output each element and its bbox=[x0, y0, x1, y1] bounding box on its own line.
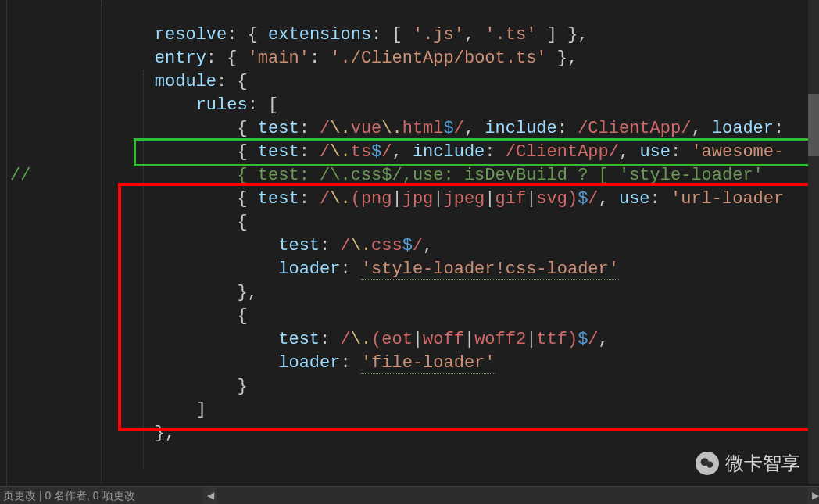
code-line: test: /\.(eot|woff|woff2|ttf)$/, bbox=[10, 305, 819, 328]
svg-point-1 bbox=[706, 462, 713, 468]
code-line: { bbox=[10, 188, 819, 211]
watermark-text: 微卡智享 bbox=[725, 451, 800, 476]
code-line: module: { bbox=[10, 47, 819, 70]
code-line: } bbox=[10, 352, 819, 375]
status-text: 页更改 | 0 名作者, 0 项更改 bbox=[3, 487, 135, 504]
hscroll-left-button[interactable]: ◀ bbox=[203, 487, 217, 504]
code-line: resolve: { extensions: [ '.js', '.ts' ] … bbox=[10, 0, 819, 23]
code-line: }, bbox=[10, 258, 819, 281]
code-editor[interactable]: resolve: { extensions: [ '.js', '.ts' ] … bbox=[0, 0, 819, 504]
watermark: 微卡智享 bbox=[696, 451, 800, 476]
chevron-right-icon: ▶ bbox=[812, 487, 819, 504]
vertical-scrollbar[interactable] bbox=[808, 0, 819, 484]
code-line: { test: /\.(png|jpg|jpeg|gif|svg)$/, use… bbox=[10, 164, 819, 188]
code-line: rules: [ bbox=[10, 70, 819, 94]
chevron-left-icon: ◀ bbox=[207, 487, 214, 504]
code-line: entry: { 'main': './ClientApp/boot.ts' }… bbox=[10, 23, 819, 47]
line-gutter bbox=[0, 0, 7, 504]
code-line: { test: /\.vue\.html$/, include: /Client… bbox=[10, 94, 819, 117]
code-line: }, bbox=[10, 399, 819, 422]
hscroll-right-button[interactable]: ▶ bbox=[808, 487, 819, 504]
wechat-icon bbox=[696, 452, 719, 475]
code-area[interactable]: resolve: { extensions: [ '.js', '.ts' ] … bbox=[10, 0, 819, 504]
scrollbar-thumb[interactable] bbox=[808, 94, 819, 156]
code-line: { test: /\.ts$/, include: /ClientApp/, u… bbox=[10, 117, 819, 141]
code-line: { bbox=[10, 281, 819, 305]
code-line-commented: // { test: /\.css$/,use: isDevBuild ? [ … bbox=[10, 141, 819, 164]
code-line: loader: 'style-loader!css-loader' bbox=[10, 234, 819, 258]
status-bar: 页更改 | 0 名作者, 0 项更改 ◀ ▶ bbox=[0, 486, 819, 504]
code-line: test: /\.css$/, bbox=[10, 211, 819, 234]
code-line: ] bbox=[10, 375, 819, 399]
code-line: loader: 'file-loader' bbox=[10, 328, 819, 352]
